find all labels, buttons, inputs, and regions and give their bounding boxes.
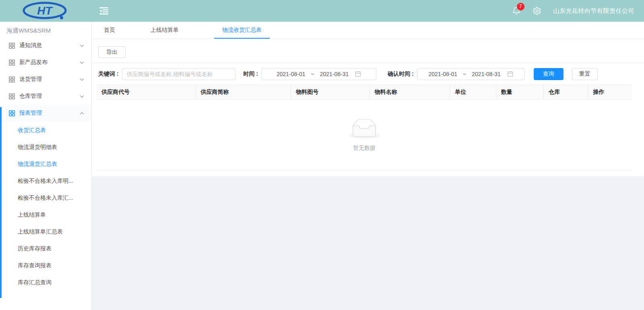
time-range-picker[interactable]: 2021-08-01 ~ 2021-08-31 — [261, 68, 376, 80]
grid-icon — [9, 43, 15, 49]
sidebar-subitem-online-settlement[interactable]: 上线结算单 — [0, 206, 91, 223]
svg-text:HT: HT — [37, 4, 53, 17]
calendar-icon — [507, 71, 513, 77]
range-separator: ~ — [311, 71, 314, 77]
company-logo: HT — [21, 2, 68, 22]
confirm-time-range-picker[interactable]: 2021-08-01 ~ 2021-08-31 — [417, 68, 525, 80]
time-label: 时间 : — [244, 70, 258, 78]
export-button[interactable]: 导出 — [98, 46, 126, 58]
search-button[interactable]: 查询 — [534, 68, 564, 80]
sidebar-subitem-receipt-summary[interactable]: 收货汇总表 — [0, 122, 91, 138]
col-material-name: 物料名称 — [369, 85, 450, 100]
confirm-time-label: 确认时间 : — [388, 70, 414, 78]
confirm-end-value: 2021-08-31 — [472, 71, 501, 77]
sidebar-item-reports[interactable]: 报表管理 — [0, 105, 91, 122]
sidebar-item-notices[interactable]: 通知消息 — [0, 37, 91, 54]
sidebar-subitem-reject-summary[interactable]: 检验不合格未入库汇... — [0, 189, 91, 206]
chevron-down-icon — [80, 78, 84, 81]
time-end-value: 2021-08-31 — [320, 71, 349, 77]
grid-icon — [9, 60, 15, 66]
sidebar-item-warehouse[interactable]: 仓库管理 — [0, 88, 91, 105]
empty-state-text: 暂无数据 — [353, 145, 376, 152]
grid-icon — [9, 76, 15, 83]
sidebar-subitem-inventory-query[interactable]: 库存查询报表 — [0, 257, 91, 274]
col-unit: 单位 — [450, 85, 496, 100]
sidebar-collapse-icon[interactable] — [99, 7, 109, 15]
reset-button[interactable]: 重置 — [572, 68, 598, 80]
grid-icon — [9, 93, 15, 99]
col-supplier-name: 供应商简称 — [196, 85, 291, 100]
sidebar-subitem-return-summary[interactable]: 物流退货汇总表 — [0, 155, 91, 172]
chevron-up-icon — [80, 112, 84, 115]
keyword-input[interactable] — [122, 68, 235, 80]
notifications-button[interactable]: 7 — [512, 6, 520, 16]
empty-box-icon — [349, 119, 380, 141]
col-warehouse: 仓库 — [544, 85, 588, 100]
notification-count-badge: 7 — [517, 3, 524, 10]
range-separator: ~ — [463, 71, 466, 77]
sidebar-subitem-online-settlement-summary[interactable]: 上线结算单汇总表 — [0, 223, 91, 240]
company-name: 山东光岳转向节有限责任公司 — [553, 7, 635, 15]
chevron-down-icon — [80, 61, 84, 64]
app-title: 海通WMS&SRM — [6, 25, 91, 36]
time-start-value: 2021-08-01 — [277, 71, 305, 77]
col-actions: 操作 — [588, 85, 632, 100]
col-supplier-code: 供应商代号 — [97, 85, 196, 100]
tab-home[interactable]: 首页 — [104, 22, 115, 39]
bell-icon — [512, 10, 520, 17]
grid-icon — [9, 110, 15, 116]
sidebar-item-new-product[interactable]: 新产品发布 — [0, 54, 91, 71]
confirm-start-value: 2021-08-01 — [428, 71, 457, 77]
results-table: 供应商代号 供应商简称 物料图号 物料名称 单位 数量 仓库 操作 — [97, 85, 632, 171]
sidebar-subitem-reject-detail[interactable]: 检验不合格未入库明... — [0, 172, 91, 189]
chevron-down-icon — [80, 95, 84, 98]
gear-icon — [533, 10, 541, 17]
keyword-label: 关键词 : — [98, 70, 119, 78]
sidebar-item-delivery[interactable]: 送货管理 — [0, 71, 91, 88]
settings-button[interactable] — [533, 6, 541, 15]
tab-online-settlement[interactable]: 上线结算单 — [151, 22, 179, 39]
table-header-row: 供应商代号 供应商简称 物料图号 物料名称 单位 数量 仓库 操作 — [97, 85, 632, 100]
sidebar-subitem-inventory-summary[interactable]: 库存汇总查询 — [0, 274, 91, 291]
active-section-indicator — [0, 107, 2, 298]
sidebar-subitem-return-detail[interactable]: 物流退货明细表 — [0, 138, 91, 155]
tab-bar: 首页 上线结算单 物流收货汇总表 — [92, 22, 644, 39]
sidebar: 海通WMS&SRM 通知消息 新产品发布 送货管理 仓库管理 报表管理 收货汇总… — [0, 22, 92, 310]
col-material-drawing-no: 物料图号 — [291, 85, 370, 100]
empty-state: 暂无数据 — [97, 100, 632, 171]
sidebar-subitem-history-inventory[interactable]: 历史库存报表 — [0, 240, 91, 257]
col-quantity: 数量 — [496, 85, 543, 100]
toolbar: 导出 — [92, 39, 644, 63]
main-area: 首页 上线结算单 物流收货汇总表 导出 关键词 : 时间 : 2021-08-0… — [92, 22, 644, 310]
filter-bar: 关键词 : 时间 : 2021-08-01 ~ 2021-08-31 确认时间 … — [92, 63, 644, 85]
calendar-icon — [355, 71, 361, 77]
app-header: HT 7 — [0, 0, 644, 22]
chevron-down-icon — [80, 44, 84, 47]
tab-logistics-receipt-summary[interactable]: 物流收货汇总表 — [214, 22, 270, 39]
content-card: 导出 关键词 : 时间 : 2021-08-01 ~ 2021-08-31 确认… — [92, 39, 644, 176]
